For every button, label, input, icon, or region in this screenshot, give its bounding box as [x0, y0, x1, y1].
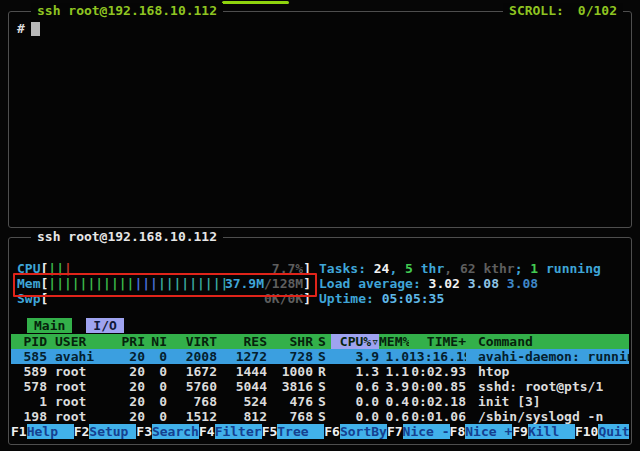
cell-time: 0:02.18	[409, 394, 466, 409]
cell-res: 5044	[217, 379, 267, 394]
fnkey-f4[interactable]: F4Filter	[199, 424, 262, 439]
cell-s: S	[313, 349, 331, 364]
column-header-pri[interactable]: PRI	[121, 334, 145, 349]
mem-meter: Mem[|||||||||||||||||||||||37.9M/128M]	[17, 276, 311, 291]
function-key-bar: F1HelpF2SetupF3SearchF4FilterF5TreeF6Sor…	[11, 424, 629, 439]
cell-res: 1444	[217, 364, 267, 379]
cell-cmd: sshd: root@pts/1	[466, 379, 629, 394]
cell-ni: 0	[145, 394, 167, 409]
column-header-user[interactable]: USER	[47, 334, 121, 349]
process-row[interactable]: 1root200768524476S0.00.40:02.18init [3]	[11, 394, 629, 409]
fnkey-f10[interactable]: F10Quit	[575, 424, 629, 439]
cell-cpu: 3.9	[331, 349, 379, 364]
cell-s: R	[313, 364, 331, 379]
process-row[interactable]: 198root2001512812768S0.00.60:01.06/sbin/…	[11, 409, 629, 424]
process-row[interactable]: 589root200167214441000R1.31.10:02.93htop	[11, 364, 629, 379]
cell-pid: 578	[17, 379, 47, 394]
shell-prompt-line: #	[17, 21, 40, 36]
cell-pid: 198	[17, 409, 47, 424]
fnkey-f5[interactable]: F5Tree	[262, 424, 325, 439]
fnkey-key: F4	[199, 424, 215, 439]
column-header-ni[interactable]: NI	[145, 334, 167, 349]
column-header-time[interactable]: TIME+	[409, 334, 466, 349]
column-header-cpu[interactable]: CPU%▿	[331, 334, 379, 349]
cell-virt: 768	[167, 394, 217, 409]
cell-res: 812	[217, 409, 267, 424]
cell-pri: 20	[121, 394, 145, 409]
fnkey-label: Setup	[89, 424, 136, 439]
pane-bottom-title: ssh root@192.168.10.112	[31, 229, 223, 244]
column-header-cmd[interactable]: Command	[466, 334, 629, 349]
fnkey-label: Filter	[215, 424, 262, 439]
cell-res: 1272	[217, 349, 267, 364]
cell-pri: 20	[121, 379, 145, 394]
shell-prompt: #	[17, 21, 25, 36]
fnkey-label: Tree	[277, 424, 324, 439]
cpu-meter: CPU[|||7.7%]	[17, 261, 311, 276]
cell-res: 524	[217, 394, 267, 409]
cell-pid: 589	[17, 364, 47, 379]
fnkey-key: F1	[11, 424, 27, 439]
cell-time: 0:02.93	[409, 364, 466, 379]
cell-s: S	[313, 394, 331, 409]
cell-time: 0:01.06	[409, 409, 466, 424]
cell-shr: 768	[267, 409, 313, 424]
pane-top-title: ssh root@192.168.10.112	[31, 3, 223, 18]
cell-user: root	[47, 394, 121, 409]
process-row[interactable]: 578root200576050443816S0.63.90:00.85sshd…	[11, 379, 629, 394]
column-header-res[interactable]: RES	[217, 334, 267, 349]
cell-cmd: avahi-daemon: running	[466, 349, 629, 364]
cell-virt: 1512	[167, 409, 217, 424]
tasks-summary: Tasks: 24, 5 thr, 62 kthr; 1 running	[319, 261, 601, 276]
column-header-s[interactable]: S	[313, 334, 331, 349]
cell-mem: 0.6	[379, 409, 409, 424]
fnkey-label: SortBy	[340, 424, 387, 439]
fnkey-f1[interactable]: F1Help	[11, 424, 74, 439]
uptime: Uptime: 05:05:35	[319, 291, 444, 306]
cell-shr: 3816	[267, 379, 313, 394]
fnkey-key: F10	[575, 424, 598, 439]
cell-shr: 728	[267, 349, 313, 364]
cell-pri: 20	[121, 349, 145, 364]
column-header-pid[interactable]: PID	[17, 334, 47, 349]
cell-pid: 1	[17, 394, 47, 409]
cell-shr: 1000	[267, 364, 313, 379]
fnkey-f2[interactable]: F2Setup	[74, 424, 137, 439]
fnkey-f8[interactable]: F8Nice +	[450, 424, 513, 439]
scroll-indicator: SCROLL:0/102	[503, 3, 623, 18]
fnkey-label: Nice +	[465, 424, 512, 439]
cell-cpu: 0.6	[331, 379, 379, 394]
fnkey-key: F3	[136, 424, 152, 439]
fnkey-key: F6	[324, 424, 340, 439]
cell-mem: 0.4	[379, 394, 409, 409]
cell-virt: 5760	[167, 379, 217, 394]
column-header-shr[interactable]: SHR	[267, 334, 313, 349]
fnkey-f7[interactable]: F7Nice -	[387, 424, 450, 439]
column-header-virt[interactable]: VIRT	[167, 334, 217, 349]
terminal-screen: ssh root@192.168.10.112 SCROLL:0/102 # s…	[0, 0, 640, 451]
cell-shr: 476	[267, 394, 313, 409]
cell-cpu: 0.0	[331, 409, 379, 424]
cell-cmd: init [3]	[466, 394, 629, 409]
cell-user: root	[47, 379, 121, 394]
cell-cmd: /sbin/syslogd -n	[466, 409, 629, 424]
top-green-bar	[222, 1, 289, 4]
scroll-label: SCROLL:	[509, 3, 564, 18]
fnkey-f6[interactable]: F6SortBy	[324, 424, 387, 439]
cell-ni: 0	[145, 349, 167, 364]
fnkey-key: F7	[387, 424, 403, 439]
pane-bottom-htop: ssh root@192.168.10.112 CPU[|||7.7%]Mem[…	[8, 237, 632, 445]
fnkey-f3[interactable]: F3Search	[136, 424, 199, 439]
tab-main[interactable]: Main	[27, 318, 72, 333]
cell-pid: 585	[17, 349, 47, 364]
scroll-value: 0/102	[578, 3, 617, 18]
cell-virt: 2008	[167, 349, 217, 364]
column-header-mem[interactable]: MEM%	[379, 334, 409, 349]
pane-top-shell: ssh root@192.168.10.112 SCROLL:0/102 #	[8, 11, 632, 228]
fnkey-f9[interactable]: F9Kill	[512, 424, 575, 439]
cell-user: root	[47, 364, 121, 379]
mem-meter-label: Mem	[17, 276, 40, 291]
tab-io[interactable]: I/O	[86, 318, 123, 333]
cell-user: root	[47, 409, 121, 424]
process-row[interactable]: 585avahi20020081272728S3.91.013:16.19ava…	[11, 349, 629, 364]
